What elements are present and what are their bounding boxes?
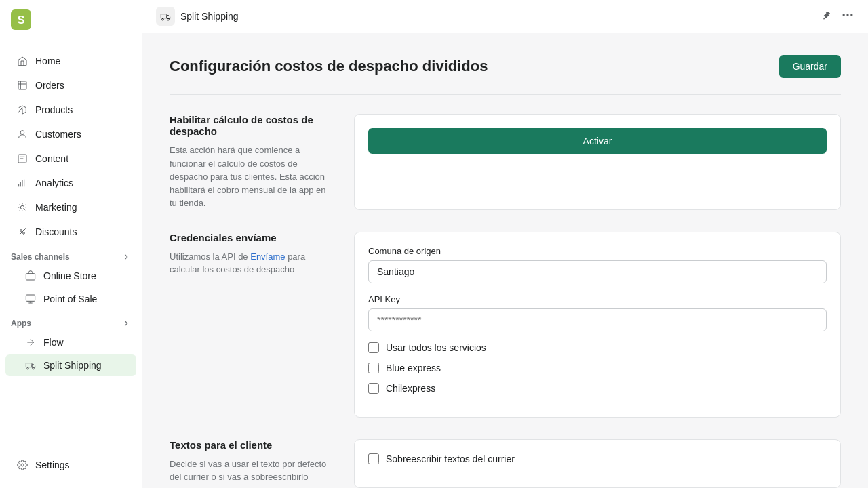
chilexpress-row: Chilexpress — [368, 383, 827, 394]
svg-rect-9 — [26, 295, 35, 301]
sidebar-item-content[interactable]: Content — [5, 147, 136, 170]
orders-icon — [16, 79, 28, 92]
svg-point-12 — [33, 367, 35, 369]
page-header: Configuración costos de despacho dividid… — [170, 55, 841, 78]
api-key-label: API Key — [368, 294, 827, 304]
enable-shipping-heading: Habilitar cálculo de costos de despacho — [170, 114, 332, 137]
sidebar-item-settings[interactable]: Settings — [5, 453, 136, 476]
blue-express-checkbox[interactable] — [368, 363, 379, 373]
online-store-icon — [24, 270, 37, 282]
credentials-heading: Credenciales envíame — [170, 232, 332, 243]
comuna-input[interactable] — [368, 260, 827, 283]
override-texts-checkbox[interactable] — [368, 453, 379, 464]
sidebar-item-split-shipping-label: Split Shipping — [43, 360, 102, 371]
all-services-checkbox[interactable] — [368, 342, 379, 353]
more-options-button[interactable] — [841, 8, 854, 25]
sidebar-item-discounts[interactable]: Discounts — [5, 220, 136, 243]
sidebar-item-analytics[interactable]: Analytics — [5, 171, 136, 195]
sidebar: S Home Orders Products Customers Content — [0, 0, 142, 488]
credentials-desc-prefix: Utilizamos la API de — [170, 251, 250, 262]
topbar-title: Split Shipping — [180, 11, 239, 22]
customer-texts-desc: Decide si vas a usar el texto por defect… — [170, 458, 332, 484]
svg-rect-2 — [18, 81, 26, 89]
credentials-left: Credenciales envíame Utilizamos la API d… — [170, 232, 332, 418]
pin-button[interactable] — [822, 10, 833, 23]
home-icon — [16, 55, 28, 67]
customer-texts-left: Textos para el cliente Decide si vas a u… — [170, 439, 332, 488]
sidebar-item-home-label: Home — [35, 56, 60, 66]
blue-express-label: Blue express — [386, 363, 441, 373]
topbar-right — [822, 8, 854, 25]
chilexpress-label: Chilexpress — [386, 383, 435, 394]
svg-point-16 — [167, 18, 170, 20]
enable-shipping-desc: Esta acción hará que comience a funciona… — [170, 144, 332, 210]
svg-point-19 — [850, 14, 852, 16]
sales-channels-label: Sales channels — [11, 252, 70, 262]
customer-texts-heading: Textos para el cliente — [170, 439, 332, 451]
sidebar-item-pos-label: Point of Sale — [43, 293, 97, 304]
apps-label: Apps — [11, 319, 31, 328]
sidebar-settings-label: Settings — [35, 460, 70, 470]
all-services-label: Usar todos los servicios — [386, 342, 486, 353]
all-services-row: Usar todos los servicios — [368, 342, 827, 353]
topbar-app-icon — [156, 7, 175, 26]
flow-icon — [24, 336, 37, 348]
sidebar-item-split-shipping[interactable]: Split Shipping — [5, 354, 136, 376]
sidebar-item-customers-label: Customers — [35, 129, 81, 140]
split-shipping-icon — [24, 359, 37, 371]
customer-texts-section: Textos para el cliente Decide si vas a u… — [170, 439, 841, 488]
sidebar-item-marketing[interactable]: Marketing — [5, 196, 136, 219]
sidebar-logo: S — [0, 0, 142, 43]
sidebar-item-customers[interactable]: Customers — [5, 123, 136, 146]
products-icon — [16, 104, 28, 116]
sidebar-item-products[interactable]: Products — [5, 98, 136, 121]
activate-button[interactable]: Activar — [368, 128, 827, 154]
sidebar-item-content-label: Content — [35, 153, 68, 164]
credentials-right: Comuna de origen API Key Usar todos los … — [354, 232, 841, 418]
svg-text:S: S — [18, 14, 25, 26]
save-button[interactable]: Guardar — [779, 55, 841, 78]
svg-rect-8 — [26, 274, 35, 280]
svg-point-3 — [20, 131, 24, 134]
pos-icon — [24, 293, 37, 305]
sidebar-item-products-label: Products — [35, 104, 73, 115]
svg-rect-14 — [161, 14, 167, 18]
page-title: Configuración costos de despacho dividid… — [170, 58, 488, 75]
page-content: Configuración costos de despacho dividid… — [142, 33, 868, 488]
enviame-link[interactable]: Envíame — [250, 251, 285, 262]
topbar: Split Shipping — [142, 0, 868, 33]
svg-point-18 — [846, 14, 848, 16]
api-key-input[interactable] — [368, 308, 827, 331]
discounts-icon — [16, 226, 28, 238]
sidebar-item-point-of-sale[interactable]: Point of Sale — [5, 288, 136, 310]
apps-section[interactable]: Apps — [0, 310, 142, 331]
sidebar-item-flow-label: Flow — [43, 337, 64, 348]
sidebar-item-orders-label: Orders — [35, 80, 64, 91]
sidebar-item-orders[interactable]: Orders — [5, 74, 136, 97]
credentials-desc: Utilizamos la API de Envíame para calcul… — [170, 250, 332, 277]
chilexpress-checkbox[interactable] — [368, 383, 379, 394]
sidebar-item-online-store[interactable]: Online Store — [5, 265, 136, 287]
svg-rect-10 — [26, 363, 32, 367]
sidebar-item-flow[interactable]: Flow — [5, 331, 136, 353]
sidebar-item-discounts-label: Discounts — [35, 226, 77, 237]
sidebar-item-marketing-label: Marketing — [35, 202, 77, 213]
enable-shipping-right: Activar — [354, 114, 841, 210]
override-texts-label: Sobreescribir textos del currier — [386, 453, 515, 464]
credentials-section: Credenciales envíame Utilizamos la API d… — [170, 232, 841, 418]
customer-texts-right: Sobreescribir textos del currier — [354, 439, 841, 488]
override-texts-row: Sobreescribir textos del currier — [368, 453, 827, 464]
analytics-icon — [16, 177, 28, 189]
header-divider — [170, 94, 841, 95]
main-content: Split Shipping Configuración costos de d… — [142, 0, 868, 488]
sales-channels-section[interactable]: Sales channels — [0, 244, 142, 264]
topbar-left: Split Shipping — [156, 7, 239, 26]
content-icon — [16, 152, 28, 165]
svg-point-15 — [162, 18, 164, 20]
chevron-right-icon — [121, 252, 131, 262]
enable-shipping-left: Habilitar cálculo de costos de despacho … — [170, 114, 332, 210]
marketing-icon — [16, 201, 28, 214]
sidebar-item-home[interactable]: Home — [5, 49, 136, 73]
comuna-label: Comuna de origen — [368, 246, 827, 256]
settings-icon — [16, 459, 28, 471]
